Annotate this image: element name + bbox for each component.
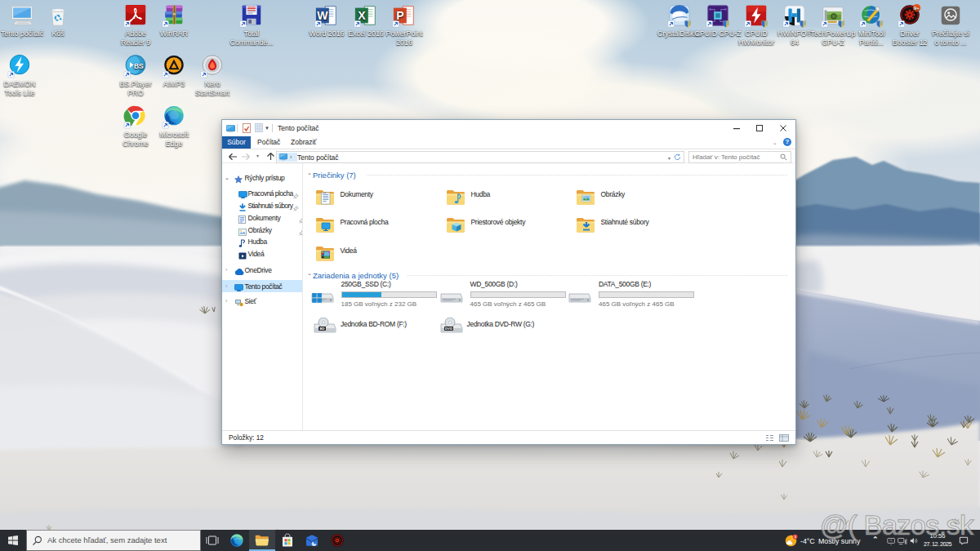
svg-text:DVD: DVD bbox=[445, 327, 452, 331]
svg-text:P: P bbox=[396, 9, 403, 22]
svg-text:BD: BD bbox=[319, 327, 324, 331]
svg-text:W: W bbox=[317, 9, 328, 22]
svg-text:BS: BS bbox=[134, 62, 144, 70]
svg-text:9+: 9+ bbox=[914, 5, 920, 11]
svg-text:X: X bbox=[358, 9, 366, 22]
